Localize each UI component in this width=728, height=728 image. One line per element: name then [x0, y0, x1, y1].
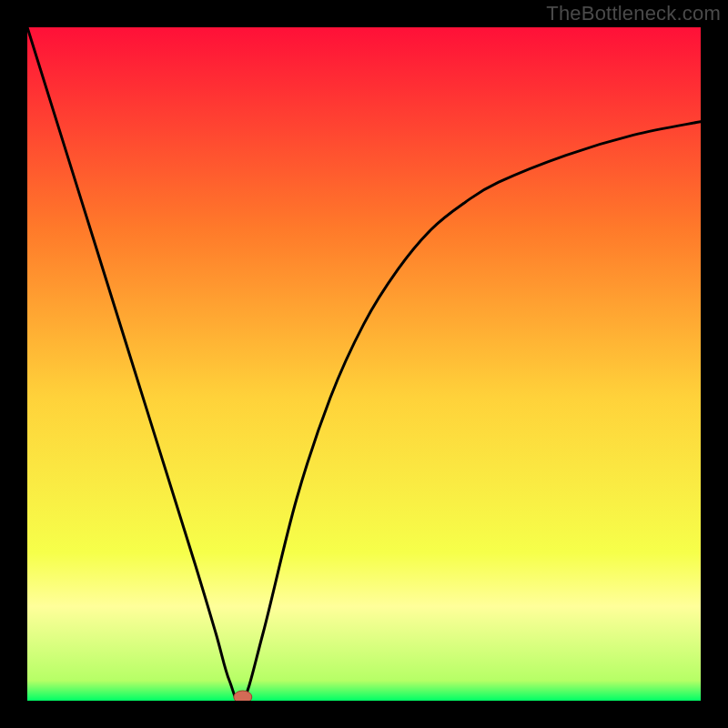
minimum-marker: [234, 691, 252, 701]
chart-frame: TheBottleneck.com: [0, 0, 728, 728]
bottleneck-chart: [27, 27, 701, 701]
plot-background: [27, 27, 701, 701]
watermark-text: TheBottleneck.com: [546, 2, 721, 25]
